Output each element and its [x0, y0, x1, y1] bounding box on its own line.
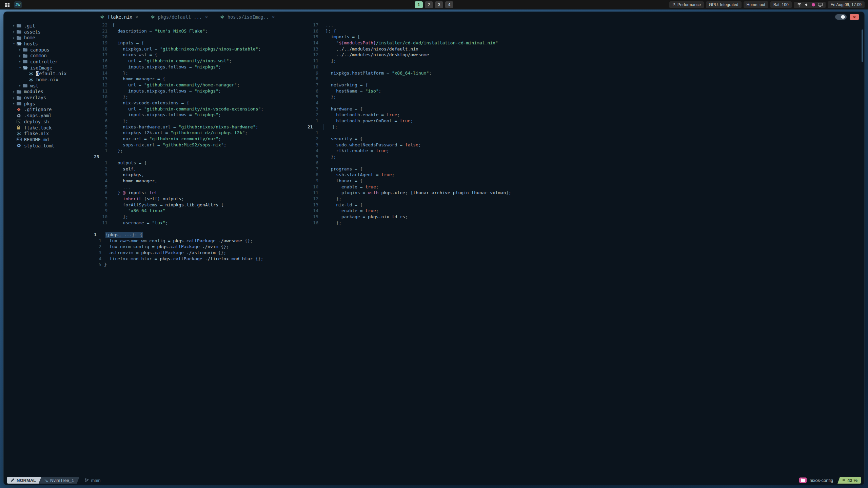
chevron-right-icon[interactable]: ▸ — [17, 54, 23, 58]
code-line[interactable]: 2 security = { — [306, 136, 864, 142]
workspace-button-1[interactable]: 1 — [415, 1, 423, 8]
code-line[interactable]: 23 — [93, 154, 306, 160]
code-line[interactable]: 13 nix-ld = { — [306, 202, 864, 208]
code-line[interactable]: 3 hardware = { — [306, 106, 864, 112]
code-line[interactable]: 20 — [93, 34, 306, 40]
code-line[interactable]: 18 nixpkgs.url = "github:nixos/nixpkgs/n… — [93, 46, 306, 52]
close-icon[interactable]: × — [850, 14, 859, 20]
code-line[interactable]: 2 bluetooth.enable = true; — [306, 112, 864, 118]
code-line[interactable]: 11 username = "tux"; — [93, 220, 306, 226]
code-line[interactable]: 3 astronvim = pkgs.callPackage ./astronv… — [93, 250, 864, 256]
code-line[interactable]: 19 inputs = { — [93, 40, 306, 46]
code-line[interactable]: 8 ssh.startAgent = true; — [306, 172, 864, 178]
tree-item-home-nix[interactable]: home.nix — [4, 77, 93, 83]
code-line[interactable]: 6 } @ inputs: let — [93, 190, 306, 196]
workspace-button-2[interactable]: 2 — [425, 1, 433, 8]
code-line[interactable]: 12 }; — [306, 196, 864, 202]
code-line[interactable]: 2 tux-nvim-config = pkgs.callPackage ./n… — [93, 244, 864, 250]
code-line[interactable]: 4 nixpkgs-f2k.url = "github:moni-dz/nixp… — [93, 130, 306, 136]
code-line[interactable]: 5 }; — [306, 154, 864, 160]
code-line[interactable]: 22{ — [93, 22, 306, 28]
code-line[interactable]: 5} — [93, 262, 864, 268]
code-line[interactable]: 10 }; — [93, 94, 306, 100]
tree-item-controller[interactable]: ▸controller — [4, 59, 93, 65]
code-line[interactable]: 6 }; — [93, 118, 306, 124]
chevron-down-icon[interactable]: ▾ — [17, 65, 23, 70]
code-line[interactable]: 8 — [306, 76, 864, 82]
code-line[interactable]: 16}: { — [306, 28, 864, 34]
tab-close-icon[interactable]: × — [205, 14, 208, 20]
code-line[interactable]: 8 url = "github:nix-community/nix-vscode… — [93, 106, 306, 112]
code-line[interactable]: 7 programs = { — [306, 166, 864, 172]
code-line[interactable]: 21 description = "tux's NixOS Flake"; — [93, 28, 306, 34]
code-line[interactable]: 4 firefox-mod-blur = pkgs.callPackage ./… — [93, 256, 864, 262]
tree-item-common[interactable]: ▸common — [4, 53, 93, 59]
tree-item-assets[interactable]: ▸assets — [4, 29, 93, 35]
code-line[interactable]: 15 imports = [ — [306, 34, 864, 40]
code-line[interactable]: 11 ]; — [306, 58, 864, 64]
code-line[interactable]: 5 nixos-hardware.url = "github:nixos/nix… — [93, 124, 306, 130]
code-line[interactable]: 4 home-manager, — [93, 178, 306, 184]
tree-item-flake-lock[interactable]: flake.lock — [4, 125, 93, 131]
code-line[interactable]: 13 home-manager = { — [93, 76, 306, 82]
tree-item-git[interactable]: ▸.git — [4, 23, 93, 29]
chevron-down-icon[interactable]: ▾ — [11, 41, 17, 46]
code-line[interactable]: 8 forAllSystems = nixpkgs.lib.genAttrs [ — [93, 202, 306, 208]
chevron-right-icon[interactable]: ▸ — [17, 47, 23, 52]
logo-icon[interactable]: JW — [14, 1, 22, 8]
chevron-right-icon[interactable]: ▸ — [11, 96, 17, 100]
chevron-right-icon[interactable]: ▸ — [11, 36, 17, 40]
code-line[interactable]: 6 hostName = "iso"; — [306, 88, 864, 94]
code-line[interactable]: 4 rtkit.enable = true; — [306, 148, 864, 154]
code-line[interactable]: 13 ../../modules/nixos/default.nix — [306, 46, 864, 52]
code-line[interactable]: 9 nix-vscode-extensions = { — [93, 100, 306, 106]
code-line[interactable]: 2 self, — [93, 166, 306, 172]
tree-item-flake-nix[interactable]: flake.nix — [4, 130, 93, 137]
tree-item-overlays[interactable]: ▸overlays — [4, 95, 93, 101]
code-line[interactable]: 3 sudo.wheelNeedsPassword = false; — [306, 142, 864, 148]
tab-hosts-isoImag[interactable]: hosts/isoImag..× — [220, 14, 275, 20]
code-line[interactable]: 1{pkgs, ...}: { — [93, 232, 864, 238]
display-icon[interactable] — [818, 3, 823, 7]
apps-grid-icon[interactable] — [3, 1, 11, 8]
chevron-right-icon[interactable]: ▸ — [11, 23, 17, 28]
tree-item-hosts[interactable]: ▾hosts — [4, 41, 93, 47]
code-line[interactable]: 7 inputs.nixpkgs.follows = "nixpkgs"; — [93, 112, 306, 118]
tab-pkgs-default[interactable]: pkgs/default ...× — [151, 14, 208, 20]
chevron-right-icon[interactable]: ▸ — [17, 59, 23, 64]
code-line[interactable]: 5 ... — [93, 184, 306, 190]
code-line[interactable]: 1 — [306, 130, 864, 136]
code-line[interactable]: 5 }; — [306, 94, 864, 100]
tab-flake-nix[interactable]: flake.nix× — [100, 14, 138, 20]
tab-close-icon[interactable]: × — [272, 14, 275, 20]
code-line[interactable]: 3 nixpkgs, — [93, 172, 306, 178]
code-line[interactable]: 9 thunar = { — [306, 178, 864, 184]
code-line[interactable]: 11 plugins = with pkgs.xfce; [thunar-arc… — [306, 190, 864, 196]
code-line[interactable]: 14 "${modulesPath}/installer/cd-dvd/inst… — [306, 40, 864, 46]
code-line[interactable]: 9 "x86_64-linux" — [93, 208, 306, 214]
code-line[interactable]: 21 }; — [306, 124, 864, 130]
code-line[interactable]: 10 ]; — [93, 214, 306, 220]
tree-item-pkgs[interactable]: ▸pkgs — [4, 101, 93, 107]
code-line[interactable]: 15 package = pkgs.nix-ld-rs; — [306, 214, 864, 220]
chevron-right-icon[interactable]: ▸ — [17, 83, 23, 88]
tab-close-icon[interactable]: × — [135, 14, 138, 20]
tree-item-canopus[interactable]: ▸canopus — [4, 47, 93, 53]
code-line[interactable]: 10 enable = true; — [306, 184, 864, 190]
code-line[interactable]: 1 outputs = { — [93, 160, 306, 166]
chevron-right-icon[interactable]: ▸ — [11, 89, 17, 94]
code-line[interactable]: 12 url = "github:nix-community/home-mana… — [93, 82, 306, 88]
code-line[interactable]: 4 — [306, 100, 864, 106]
code-line[interactable]: 7 networking = { — [306, 82, 864, 88]
wifi-icon[interactable] — [797, 3, 802, 7]
tree-item-default-nix[interactable]: default.nix — [4, 71, 93, 77]
tree-item-deploy-sh[interactable]: deploy.sh — [4, 119, 93, 125]
code-line[interactable]: 15 inputs.nixpkgs.follows = "nixpkgs"; — [93, 64, 306, 70]
minimize-toggle[interactable] — [835, 14, 847, 20]
code-line[interactable]: 2 sops-nix.url = "github:Mic92/sops-nix"… — [93, 142, 306, 148]
code-line[interactable]: 17 nixos-wsl = { — [93, 52, 306, 58]
code-line[interactable]: 16 }; — [306, 220, 864, 226]
workspace-button-4[interactable]: 4 — [445, 1, 453, 8]
chevron-right-icon[interactable]: ▸ — [11, 29, 17, 34]
scrollbar-thumb[interactable] — [862, 29, 863, 62]
